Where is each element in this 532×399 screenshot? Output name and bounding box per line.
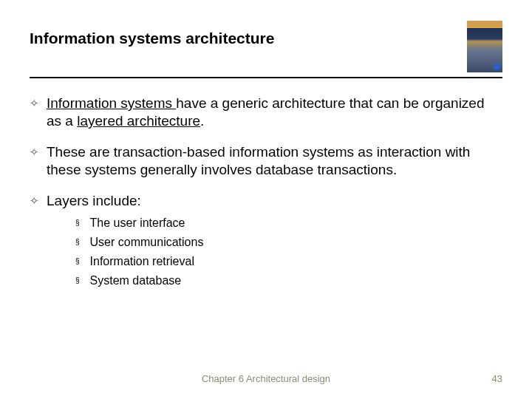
square-bullet-icon: § <box>75 235 80 250</box>
square-bullet-icon: § <box>75 216 80 231</box>
bullet-item: ✧ Information systems have a generic arc… <box>30 95 502 130</box>
bullet-item: ✧ Layers include: <box>30 192 502 210</box>
slide-title: Information systems architecture <box>30 21 467 47</box>
footer: Chapter 6 Architectural design 43 <box>0 373 532 384</box>
sub-item: § Information retrieval <box>75 254 502 269</box>
sub-text: The user interface <box>90 216 185 231</box>
bullet-text: These are transaction-based information … <box>47 143 502 179</box>
diamond-bullet-icon: ✧ <box>30 95 39 112</box>
footer-chapter: Chapter 6 Architectural design <box>202 373 330 384</box>
bullet-text: Information systems have a generic archi… <box>47 95 502 130</box>
underline-text: layered architecture <box>77 113 200 129</box>
underline-text: Information systems <box>47 95 176 111</box>
bullet-item: ✧ These are transaction-based informatio… <box>30 143 502 179</box>
sub-item: § The user interface <box>75 216 502 231</box>
sub-text: User communications <box>90 235 204 250</box>
bullet-text: Layers include: <box>47 192 141 210</box>
square-bullet-icon: § <box>75 254 80 269</box>
plain-text: . <box>200 113 204 129</box>
page-number: 43 <box>492 373 502 384</box>
sub-list: § The user interface § User communicatio… <box>30 216 502 288</box>
book-cover-image <box>467 21 502 72</box>
sub-item: § User communications <box>75 235 502 250</box>
diamond-bullet-icon: ✧ <box>30 143 39 161</box>
slide-content: ✧ Information systems have a generic arc… <box>0 78 532 288</box>
sub-text: System database <box>90 273 182 288</box>
diamond-bullet-icon: ✧ <box>30 192 39 210</box>
square-bullet-icon: § <box>75 273 80 288</box>
sub-item: § System database <box>75 273 502 288</box>
sub-text: Information retrieval <box>90 254 194 269</box>
